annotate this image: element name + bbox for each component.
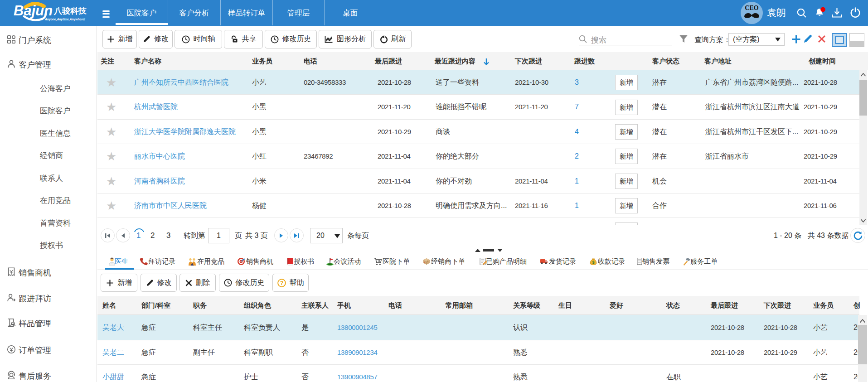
svg-text:$: $ xyxy=(592,260,594,265)
svg-text:CEO: CEO xyxy=(745,5,758,11)
svg-text:Anyone,Anytime,Anywhere!: Anyone,Anytime,Anywhere! xyxy=(44,18,86,21)
svg-text:Bajun: Bajun xyxy=(14,3,53,19)
svg-text:?: ? xyxy=(280,280,283,286)
svg-text:八骏科技: 八骏科技 xyxy=(53,6,87,15)
